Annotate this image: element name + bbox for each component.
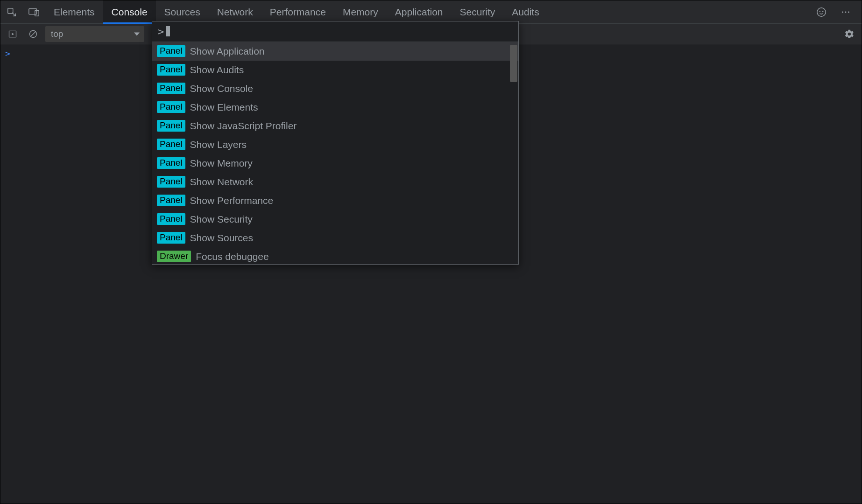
command-badge-drawer: Drawer xyxy=(157,251,191,262)
command-badge-panel: Panel xyxy=(157,101,185,113)
context-selector[interactable]: top xyxy=(45,26,144,42)
command-label: Show Security xyxy=(190,214,253,225)
console-settings-icon[interactable] xyxy=(841,26,858,42)
tab-label: Audits xyxy=(512,7,539,17)
device-toolbar-icon[interactable] xyxy=(23,0,45,24)
tab-elements[interactable]: Elements xyxy=(45,0,103,24)
command-badge-panel: Panel xyxy=(157,64,185,76)
tab-label: Console xyxy=(112,7,148,17)
svg-point-5 xyxy=(823,11,823,11)
inspect-element-icon[interactable] xyxy=(0,0,23,24)
tab-label: Security xyxy=(459,7,495,17)
svg-line-12 xyxy=(31,32,35,36)
command-label: Show Console xyxy=(190,83,253,94)
more-menu-icon[interactable] xyxy=(834,0,857,24)
feedback-smiley-icon[interactable] xyxy=(810,0,833,24)
chevron-down-icon xyxy=(134,32,140,35)
svg-point-3 xyxy=(817,7,826,16)
tabbar-right-controls xyxy=(810,0,862,24)
tab-memory[interactable]: Memory xyxy=(334,0,387,24)
tab-application[interactable]: Application xyxy=(387,0,452,24)
command-menu-item[interactable]: PanelShow Network xyxy=(152,173,518,191)
command-label: Show Sources xyxy=(190,232,253,244)
command-label: Focus debuggee xyxy=(196,251,268,262)
command-menu-item[interactable]: PanelShow Layers xyxy=(152,135,518,154)
tab-label: Network xyxy=(217,7,253,17)
command-menu-item[interactable]: PanelShow Security xyxy=(152,210,518,229)
tab-sources[interactable]: Sources xyxy=(156,0,209,24)
tab-label: Elements xyxy=(54,7,95,17)
text-cursor-icon xyxy=(166,26,170,36)
svg-point-4 xyxy=(820,11,820,11)
command-badge-panel: Panel xyxy=(157,45,185,57)
clear-console-icon[interactable] xyxy=(25,26,42,42)
command-badge-panel: Panel xyxy=(157,83,185,94)
command-badge-panel: Panel xyxy=(157,120,185,132)
command-menu-scrollbar[interactable] xyxy=(510,45,517,82)
command-label: Show Layers xyxy=(190,139,247,150)
command-badge-panel: Panel xyxy=(157,232,185,244)
command-label: Show Application xyxy=(190,46,265,57)
tab-audits[interactable]: Audits xyxy=(503,0,547,24)
command-badge-panel: Panel xyxy=(157,213,185,225)
command-menu-prefix: > xyxy=(158,26,164,37)
tab-label: Memory xyxy=(343,7,378,17)
command-label: Show Network xyxy=(190,176,253,188)
command-label: Show Elements xyxy=(190,102,258,113)
command-menu: > PanelShow ApplicationPanelShow AuditsP… xyxy=(152,21,519,265)
command-menu-item[interactable]: DrawerFocus debuggee xyxy=(152,247,518,264)
svg-point-6 xyxy=(842,11,843,13)
command-menu-item[interactable]: PanelShow Memory xyxy=(152,154,518,173)
command-menu-item[interactable]: PanelShow Application xyxy=(152,42,518,61)
command-menu-list: PanelShow ApplicationPanelShow AuditsPan… xyxy=(152,42,518,264)
command-badge-panel: Panel xyxy=(157,139,185,150)
tab-network[interactable]: Network xyxy=(209,0,261,24)
command-label: Show JavaScript Profiler xyxy=(190,120,297,132)
command-badge-panel: Panel xyxy=(157,195,185,206)
command-menu-item[interactable]: PanelShow Performance xyxy=(152,191,518,210)
tab-label: Sources xyxy=(164,7,200,17)
main-tabbar: ElementsConsoleSourcesNetworkPerformance… xyxy=(0,0,862,24)
tab-security[interactable]: Security xyxy=(451,0,503,24)
command-label: Show Memory xyxy=(190,158,253,169)
svg-point-7 xyxy=(845,11,847,13)
command-menu-input-row[interactable]: > xyxy=(152,21,518,42)
tab-performance[interactable]: Performance xyxy=(261,0,334,24)
command-menu-item[interactable]: PanelShow JavaScript Profiler xyxy=(152,117,518,135)
command-menu-item[interactable]: PanelShow Audits xyxy=(152,61,518,79)
command-label: Show Audits xyxy=(190,64,244,76)
command-menu-item[interactable]: PanelShow Console xyxy=(152,79,518,98)
context-selected-label: top xyxy=(51,29,63,39)
console-prompt-caret: > xyxy=(5,48,10,59)
tab-console[interactable]: Console xyxy=(103,0,156,24)
command-badge-panel: Panel xyxy=(157,157,185,169)
svg-rect-1 xyxy=(29,8,37,14)
svg-marker-10 xyxy=(12,33,14,35)
svg-point-8 xyxy=(848,11,849,13)
command-badge-panel: Panel xyxy=(157,176,185,188)
command-menu-item[interactable]: PanelShow Sources xyxy=(152,229,518,247)
tab-label: Application xyxy=(395,7,443,17)
toggle-sidebar-icon[interactable] xyxy=(4,26,21,42)
tab-label: Performance xyxy=(270,7,326,17)
devtools-window: ElementsConsoleSourcesNetworkPerformance… xyxy=(0,0,862,504)
command-menu-item[interactable]: PanelShow Elements xyxy=(152,98,518,117)
command-label: Show Performance xyxy=(190,195,274,206)
tab-list: ElementsConsoleSourcesNetworkPerformance… xyxy=(45,0,548,24)
